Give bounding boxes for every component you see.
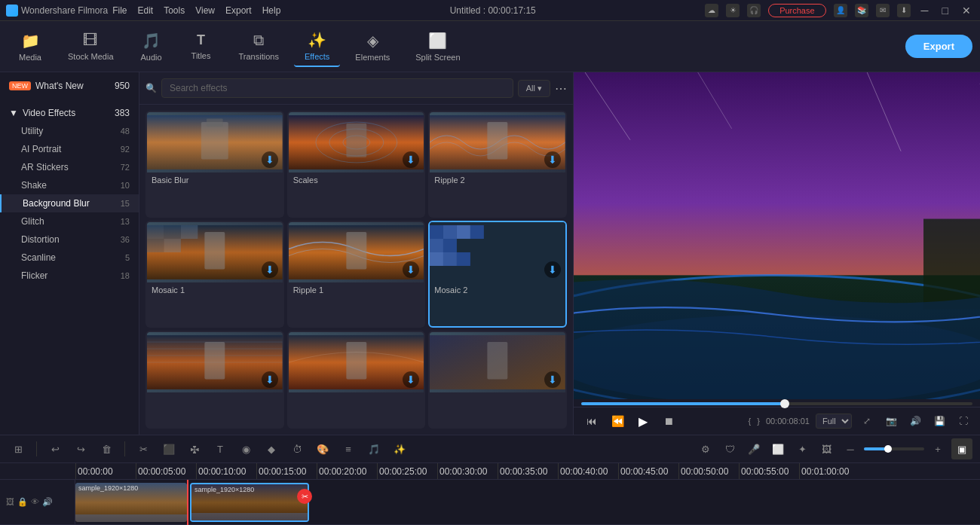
save-frame-button[interactable]: 💾 <box>930 412 948 430</box>
toolbar-effects[interactable]: ✨ Effects <box>294 26 340 67</box>
download-effect7-icon[interactable]: ⬇ <box>262 371 278 388</box>
color-button[interactable]: 🎨 <box>312 438 333 459</box>
ai-button[interactable]: ✨ <box>389 438 410 459</box>
close-button[interactable]: ✕ <box>959 5 974 17</box>
user-avatar[interactable]: 👤 <box>834 4 847 17</box>
menu-edit[interactable]: Edit <box>138 5 154 16</box>
track-volume-icon[interactable]: 🔊 <box>42 497 53 507</box>
zoom-thumb[interactable] <box>884 445 892 453</box>
split-button[interactable]: ⧾ <box>184 438 205 459</box>
sidebar-item-distortion[interactable]: Distortion 36 <box>0 230 139 249</box>
download-effect9-icon[interactable]: ⬇ <box>544 371 561 388</box>
crop-button[interactable]: ⬛ <box>158 438 179 459</box>
filter-button[interactable]: All ▾ <box>518 80 550 97</box>
audio-btn[interactable]: 🎵 <box>363 438 384 459</box>
download-mosaic2-icon[interactable]: ⬇ <box>544 261 561 278</box>
keyframe-button[interactable]: ◆ <box>261 438 282 459</box>
purchase-button[interactable]: Purchase <box>768 4 825 17</box>
download-basic-blur-icon[interactable]: ⬇ <box>262 151 278 168</box>
toolbar-transitions[interactable]: ⧉ Transitions <box>228 27 289 66</box>
sidebar-item-ar-stickers[interactable]: AR Stickers 72 <box>0 158 139 176</box>
export-button[interactable]: Export <box>905 35 972 58</box>
shield-button[interactable]: 🛡 <box>719 438 740 459</box>
download-icon[interactable]: ⬇ <box>897 4 911 17</box>
zoom-in-button[interactable]: + <box>927 438 948 459</box>
fit-preview-button[interactable]: ⤢ <box>858 412 876 430</box>
sidebar-item-flicker[interactable]: Flicker 18 <box>0 267 139 285</box>
stop-button[interactable]: ⏹ <box>658 411 679 432</box>
progress-thumb[interactable] <box>780 399 789 408</box>
sidebar-item-ai-portrait[interactable]: AI Portrait 92 <box>0 140 139 158</box>
toolbar-media[interactable]: 📁 Media <box>8 27 53 66</box>
menu-view[interactable]: View <box>195 5 215 16</box>
cut-button[interactable]: ✂ <box>133 438 154 459</box>
cloud-icon[interactable]: ☁ <box>705 4 718 17</box>
playhead[interactable]: ✂ <box>187 480 188 525</box>
effect-7[interactable]: ⬇ <box>145 331 284 429</box>
speed-button[interactable]: ⏱ <box>286 438 308 459</box>
toolbar-titles[interactable]: T Titles <box>179 28 224 65</box>
effect-mosaic-2[interactable]: ⬇ Mosaic 2 <box>428 221 567 328</box>
zoom-select[interactable]: Full <box>816 414 852 429</box>
effect-8[interactable]: ⬇ <box>287 331 426 429</box>
smart-cutout-button[interactable]: ⊞ <box>8 438 29 459</box>
toolbar-elements[interactable]: ◈ Elements <box>345 27 400 66</box>
progress-track[interactable] <box>581 402 972 405</box>
undo-button[interactable]: ↩ <box>44 438 66 459</box>
effect-basic-blur[interactable]: ⬇ Basic Blur <box>145 111 284 218</box>
mask-button[interactable]: ◉ <box>235 438 256 459</box>
grid-view-button[interactable]: ⋯ <box>555 81 567 96</box>
library-icon[interactable]: 📚 <box>855 4 868 17</box>
effect-9[interactable]: ⬇ <box>428 331 567 429</box>
stabilize-button[interactable]: ≡ <box>338 438 359 459</box>
maximize-button[interactable]: □ <box>939 5 951 17</box>
mail-icon[interactable]: ✉ <box>876 4 890 17</box>
toolbar-stock-media[interactable]: 🎞 Stock Media <box>57 27 124 66</box>
redo-button[interactable]: ↪ <box>70 438 91 459</box>
sidebar-video-effects-parent[interactable]: ▼ Video Effects 383 <box>0 104 139 122</box>
menu-help[interactable]: Help <box>262 5 281 16</box>
mic-button[interactable]: 🎤 <box>743 438 764 459</box>
sidebar-item-scanline[interactable]: Scanline 5 <box>0 249 139 267</box>
search-input[interactable] <box>161 78 513 98</box>
download-mosaic1-icon[interactable]: ⬇ <box>262 261 278 278</box>
toolbar-split-screen[interactable]: ⬜ Split Screen <box>405 27 470 66</box>
sidebar-whats-new[interactable]: NEW What's New 950 <box>0 77 139 95</box>
toolbar-audio[interactable]: 🎵 Audio <box>129 27 174 66</box>
thumbnail-button[interactable]: 🖼 <box>816 438 837 459</box>
fit-timeline-button[interactable]: ▣ <box>951 438 972 459</box>
download-ripple2-icon[interactable]: ⬇ <box>544 151 561 168</box>
layout-button[interactable]: ⬜ <box>767 438 789 459</box>
sidebar-item-utility[interactable]: Utility 48 <box>0 122 139 140</box>
clip-2[interactable]: sample_1920×1280 <box>190 483 309 522</box>
effect-ripple-1[interactable]: ⬇ Ripple 1 <box>287 221 426 328</box>
skip-back-button[interactable]: ⏮ <box>581 411 602 432</box>
screenshot-button[interactable]: 📷 <box>882 412 900 430</box>
sun-icon[interactable]: ☀ <box>726 4 740 17</box>
effect-mosaic-1[interactable]: ⬇ Mosaic 1 <box>145 221 284 328</box>
text-tool-button[interactable]: T <box>210 438 231 459</box>
ai2-button[interactable]: ✦ <box>792 438 813 459</box>
zoom-slider[interactable] <box>864 447 924 450</box>
clip-1[interactable]: sample_1920×1280 <box>75 483 187 522</box>
progress-bar[interactable] <box>574 399 980 407</box>
settings-button[interactable]: ⚙ <box>695 438 716 459</box>
track-image-icon[interactable]: 🖼 <box>6 497 14 507</box>
step-back-button[interactable]: ⏪ <box>607 411 628 432</box>
track-eye-icon[interactable]: 👁 <box>31 497 39 507</box>
track-lock-icon[interactable]: 🔒 <box>17 497 28 507</box>
fullscreen-button[interactable]: ⛶ <box>954 412 972 430</box>
menu-tools[interactable]: Tools <box>164 5 185 16</box>
zoom-out-button[interactable]: ─ <box>840 438 861 459</box>
minimize-button[interactable]: ─ <box>918 5 932 17</box>
sidebar-item-shake[interactable]: Shake 10 <box>0 176 139 194</box>
sidebar-item-background-blur[interactable]: Background Blur 15 <box>0 194 139 212</box>
play-button[interactable]: ▶ <box>632 411 654 432</box>
audio-preview-button[interactable]: 🔊 <box>906 412 924 430</box>
menu-file[interactable]: File <box>112 5 127 16</box>
menu-export[interactable]: Export <box>225 5 252 16</box>
sidebar-item-glitch[interactable]: Glitch 13 <box>0 212 139 230</box>
effect-ripple-2[interactable]: ⬇ Ripple 2 <box>428 111 567 218</box>
delete-button[interactable]: 🗑 <box>96 438 117 459</box>
headphone-icon[interactable]: 🎧 <box>747 4 761 17</box>
